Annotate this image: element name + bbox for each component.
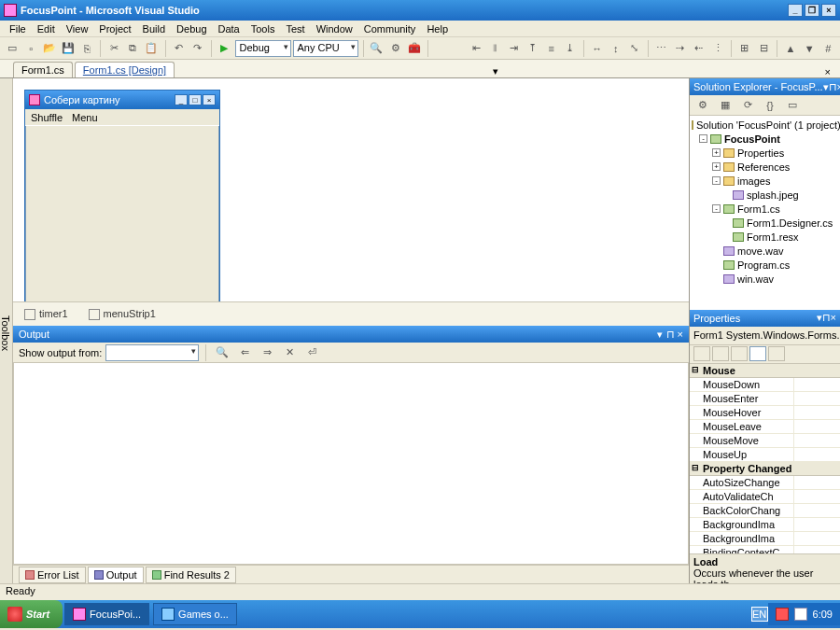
align-middle-icon[interactable]: ≡: [543, 39, 560, 58]
language-indicator[interactable]: EN: [751, 607, 768, 622]
output-text[interactable]: [13, 363, 689, 565]
align-bottom-icon[interactable]: ⤓: [562, 39, 579, 58]
close-button[interactable]: ×: [821, 4, 836, 17]
tab-output[interactable]: Output: [88, 567, 144, 583]
size-height-icon[interactable]: ↕: [608, 39, 624, 58]
tree-form1[interactable]: -Form1.cs: [692, 202, 838, 216]
open-icon[interactable]: 📂: [41, 39, 58, 58]
task-focuspoint[interactable]: FocusPoi...: [64, 603, 149, 625]
hspace-inc-icon[interactable]: ⇢: [672, 39, 689, 58]
align-left-icon[interactable]: ⇤: [468, 39, 484, 58]
save-all-icon[interactable]: ⎘: [78, 39, 95, 58]
send-back-icon[interactable]: ▼: [801, 39, 818, 58]
prop-pin-icon[interactable]: ▾⊓×: [817, 312, 836, 324]
prop-row[interactable]: BackgroundIma: [690, 532, 840, 546]
designed-form[interactable]: Собери картину _ □ × Shuffle Menu: [24, 90, 220, 301]
se-viewcode-icon[interactable]: {}: [761, 96, 779, 115]
output-find-icon[interactable]: 🔍: [213, 343, 231, 362]
menu-edit[interactable]: Edit: [32, 21, 61, 36]
properties-grid[interactable]: MouseMouseDownMouseEnterMouseHoverMouseL…: [690, 364, 840, 554]
prop-row[interactable]: BackColorChang: [690, 504, 840, 518]
properties-selector[interactable]: Form1 System.Windows.Forms.Form: [690, 327, 840, 345]
start-debug-icon[interactable]: ▶: [216, 39, 232, 58]
config-combo[interactable]: Debug: [235, 40, 291, 57]
bring-front-icon[interactable]: ▲: [782, 39, 799, 58]
cut-icon[interactable]: ✂: [105, 39, 122, 58]
menu-data[interactable]: Data: [213, 21, 245, 36]
props-icon[interactable]: ⚙: [387, 39, 404, 58]
toolbox-icon[interactable]: 🧰: [406, 39, 423, 58]
solution-tree[interactable]: Solution 'FocusPoint' (1 project) -Focus…: [690, 116, 840, 310]
platform-combo[interactable]: Any CPU: [293, 40, 358, 57]
hspace-dec-icon[interactable]: ⇠: [691, 39, 707, 58]
prop-row[interactable]: MouseEnter: [690, 392, 840, 406]
prop-row[interactable]: BackgroundIma: [690, 518, 840, 532]
design-surface[interactable]: Собери картину _ □ × Shuffle Menu: [13, 78, 689, 301]
align-top-icon[interactable]: ⤒: [525, 39, 541, 58]
undo-icon[interactable]: ↶: [170, 39, 187, 58]
menu-tools[interactable]: Tools: [245, 21, 281, 36]
tab-order-icon[interactable]: #: [819, 39, 836, 58]
nav-back-icon[interactable]: ▾: [489, 65, 502, 77]
menu-file[interactable]: File: [4, 21, 32, 36]
tab-find-results[interactable]: Find Results 2: [146, 567, 236, 583]
tab-form1-design[interactable]: Form1.cs [Design]: [75, 62, 175, 77]
menu-view[interactable]: View: [61, 21, 94, 36]
toolbox-sidetab[interactable]: Toolbox: [0, 78, 13, 583]
output-wrap-icon[interactable]: ⏎: [302, 343, 321, 362]
tree-properties[interactable]: +Properties: [692, 146, 838, 160]
start-button[interactable]: Start: [0, 600, 63, 628]
se-viewdesign-icon[interactable]: ▭: [783, 96, 802, 115]
tray-timer1[interactable]: timer1: [24, 308, 68, 320]
tab-close-icon[interactable]: ×: [821, 66, 834, 77]
prop-categorized-icon[interactable]: [693, 346, 710, 361]
menu-project[interactable]: Project: [93, 21, 136, 36]
collapse-icon[interactable]: -: [699, 134, 707, 143]
collapse-icon[interactable]: -: [712, 176, 721, 185]
prop-events-icon[interactable]: [749, 346, 766, 361]
output-pin-icon[interactable]: ▾ ⊓ ×: [657, 329, 683, 341]
tab-form1-cs[interactable]: Form1.cs: [13, 62, 73, 77]
size-both-icon[interactable]: ⤡: [626, 39, 643, 58]
clock[interactable]: 6:09: [813, 609, 833, 620]
prop-props-icon[interactable]: [731, 346, 748, 361]
save-icon[interactable]: 💾: [60, 39, 77, 58]
tree-resx[interactable]: Form1.resx: [692, 230, 838, 244]
copy-icon[interactable]: ⧉: [124, 39, 141, 58]
menu-window[interactable]: Window: [311, 21, 358, 36]
tree-solution[interactable]: Solution 'FocusPoint' (1 project): [692, 118, 838, 132]
tree-splash[interactable]: splash.jpeg: [692, 188, 838, 202]
tree-designer[interactable]: Form1.Designer.cs: [692, 216, 838, 230]
tray-icon-2[interactable]: [794, 608, 807, 621]
center-vert-icon[interactable]: ⊟: [755, 39, 772, 58]
paste-icon[interactable]: 📋: [143, 39, 160, 58]
find-icon[interactable]: 🔍: [368, 39, 385, 58]
se-refresh-icon[interactable]: ⟳: [738, 96, 757, 115]
hspace-equal-icon[interactable]: ⋯: [653, 39, 670, 58]
output-next-icon[interactable]: ⇒: [258, 343, 276, 362]
tree-images[interactable]: -images: [692, 174, 838, 188]
center-horiz-icon[interactable]: ⊞: [736, 39, 753, 58]
tree-win[interactable]: win.wav: [692, 272, 838, 286]
prop-row[interactable]: MouseDown: [690, 378, 840, 392]
prop-row[interactable]: AutoSizeChange: [690, 476, 840, 490]
collapse-icon[interactable]: -: [712, 204, 721, 213]
menu-help[interactable]: Help: [421, 21, 454, 36]
tree-program[interactable]: Program.cs: [692, 258, 838, 272]
tree-references[interactable]: +References: [692, 160, 838, 174]
prop-row[interactable]: AutoValidateCh: [690, 490, 840, 504]
system-tray[interactable]: 6:09: [768, 603, 840, 625]
prop-row[interactable]: MouseUp: [690, 448, 840, 462]
tab-error-list[interactable]: Error List: [19, 567, 86, 583]
output-prev-icon[interactable]: ⇐: [235, 343, 254, 362]
tree-move[interactable]: move.wav: [692, 244, 838, 258]
expand-icon[interactable]: +: [712, 162, 721, 171]
align-center-icon[interactable]: ⫴: [486, 39, 503, 58]
prop-row[interactable]: BindingContextC: [690, 546, 840, 554]
se-pin-icon[interactable]: ▾⊓×: [823, 81, 840, 93]
menu-community[interactable]: Community: [358, 21, 422, 36]
align-right-icon[interactable]: ⇥: [505, 39, 522, 58]
new-project-icon[interactable]: ▭: [4, 39, 21, 58]
task-games[interactable]: Games o...: [153, 603, 237, 625]
form-menu-shuffle[interactable]: Shuffle: [31, 112, 63, 123]
